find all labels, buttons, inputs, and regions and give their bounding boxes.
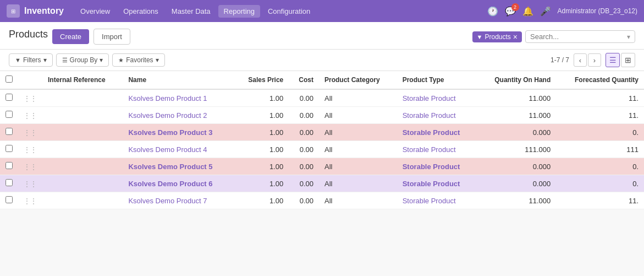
page-header: Products Create Import ▼ Products × ▾ <box>0 22 644 50</box>
cell-name[interactable]: Ksolves Demo Product 3 <box>123 124 234 141</box>
remove-filter-icon[interactable]: × <box>513 33 518 41</box>
cell-name[interactable]: Ksolves Demo Product 7Please set reorder… <box>123 192 234 209</box>
create-button[interactable]: Create <box>52 29 89 44</box>
user-menu[interactable]: Administrator (DB_23_o12) <box>558 7 637 15</box>
clock-icon[interactable]: 🕐 <box>487 6 498 17</box>
nav-item-reporting[interactable]: Reporting <box>218 5 260 18</box>
control-left: ▼ Filters ▾ ☰ Group By ▾ ★ Favorites ▾ <box>9 53 165 67</box>
cell-sales-price: 1.00 <box>235 192 289 209</box>
chat-badge: 2 <box>511 3 519 11</box>
list-view-button[interactable]: ☰ <box>606 53 620 67</box>
row-checkbox[interactable] <box>5 196 13 203</box>
cell-name[interactable]: Ksolves Demo Product 1 <box>123 89 234 107</box>
cell-product-type[interactable]: Storable Product <box>397 158 477 175</box>
mic-icon[interactable]: 🎤 <box>540 6 551 17</box>
select-all-header <box>0 71 18 89</box>
cell-qty-on-hand: 0.000 <box>477 158 556 175</box>
cell-product-type[interactable]: Storable Product <box>397 175 477 192</box>
cell-cost: 0.00 <box>289 124 319 141</box>
cell-product-type[interactable]: Storable Product <box>397 89 477 107</box>
drag-handle[interactable]: ⋮⋮ <box>18 124 42 141</box>
star-icon: ★ <box>118 57 124 64</box>
cell-sales-price: 1.00 <box>235 175 289 192</box>
cell-product-type[interactable]: Storable Product <box>397 141 477 158</box>
select-all-checkbox[interactable] <box>5 75 13 83</box>
search-dropdown-icon[interactable]: ▾ <box>627 33 630 41</box>
cell-name[interactable]: Ksolves Demo Product 6 <box>123 175 234 192</box>
drag-handle[interactable]: ⋮⋮ <box>18 141 42 158</box>
app-title: Inventory <box>24 6 64 16</box>
favorites-chevron: ▾ <box>156 56 159 64</box>
next-page-button[interactable]: › <box>588 53 601 67</box>
row-checkbox[interactable] <box>5 162 13 169</box>
cell-forecasted-qty: 0. <box>556 124 644 141</box>
favorites-button[interactable]: ★ Favorites ▾ <box>112 53 164 67</box>
search-input[interactable] <box>530 33 627 41</box>
col-product-type: Product Type <box>397 71 477 89</box>
cell-qty-on-hand: 0.000 <box>477 175 556 192</box>
filters-chevron: ▾ <box>43 56 47 64</box>
cell-name[interactable]: Ksolves Demo Product 2 <box>123 107 234 124</box>
row-checkbox[interactable] <box>5 111 13 118</box>
cell-product-category: All <box>319 89 397 107</box>
nav-item-operations[interactable]: Operations <box>118 5 164 18</box>
cell-product-type[interactable]: Storable Product <box>397 107 477 124</box>
products-table-container: Internal Reference Name Sales Price Cost… <box>0 71 644 209</box>
col-cost: Cost <box>289 71 319 89</box>
cell-name[interactable]: Ksolves Demo Product 5 <box>123 158 234 175</box>
drag-handle[interactable]: ⋮⋮ <box>18 107 42 124</box>
table-row: ⋮⋮ Ksolves Demo Product 5 1.00 0.00 All … <box>0 158 644 175</box>
row-checkbox[interactable] <box>5 128 13 135</box>
cell-product-type[interactable]: Storable Product <box>397 192 477 209</box>
cell-cost: 0.00 <box>289 141 319 158</box>
import-button[interactable]: Import <box>93 29 130 45</box>
nav-item-overview[interactable]: Overview <box>75 5 115 18</box>
cell-internal-ref <box>42 141 123 158</box>
cell-sales-price: 1.00 <box>235 141 289 158</box>
cell-internal-ref <box>42 124 123 141</box>
row-checkbox[interactable] <box>5 179 13 186</box>
row-checkbox-cell <box>0 175 18 192</box>
kanban-view-button[interactable]: ⊞ <box>621 53 635 67</box>
row-checkbox[interactable] <box>5 145 13 152</box>
drag-handle[interactable]: ⋮⋮ <box>18 175 42 192</box>
page-title-wrap: Products <box>9 29 48 45</box>
cell-forecasted-qty: 111 <box>556 141 644 158</box>
group-by-button[interactable]: ☰ Group By ▾ <box>56 53 109 67</box>
nav-item-configuration[interactable]: Configuration <box>262 5 316 18</box>
col-internal-ref: Internal Reference <box>42 71 123 89</box>
cell-name[interactable]: Ksolves Demo Product 4 <box>123 141 234 158</box>
cell-product-category: All <box>319 107 397 124</box>
search-filter-tag: ▼ Products × <box>472 31 522 42</box>
bell-icon[interactable]: 🔔 <box>522 6 533 17</box>
chat-icon[interactable]: 💬 2 <box>505 6 516 17</box>
drag-handle[interactable]: ⋮⋮ <box>18 192 42 209</box>
cell-forecasted-qty: 0. <box>556 175 644 192</box>
filters-button[interactable]: ▼ Filters ▾ <box>9 53 53 67</box>
nav-items: OverviewOperationsMaster DataReportingCo… <box>75 5 485 18</box>
cell-qty-on-hand: 11.000 <box>477 107 556 124</box>
cell-product-type[interactable]: Storable Product <box>397 124 477 141</box>
drag-handle[interactable]: ⋮⋮ <box>18 158 42 175</box>
drag-handle[interactable]: ⋮⋮ <box>18 89 42 107</box>
prev-page-button[interactable]: ‹ <box>574 53 587 67</box>
cell-internal-ref <box>42 158 123 175</box>
app-logo[interactable]: ⊞ Inventory <box>7 4 64 18</box>
favorites-label: Favorites <box>126 56 153 64</box>
cell-cost: 0.00 <box>289 192 319 209</box>
filters-label: Filters <box>23 56 41 64</box>
row-checkbox[interactable] <box>5 94 13 101</box>
cell-internal-ref <box>42 89 123 107</box>
cell-cost: 0.00 <box>289 175 319 192</box>
table-row: ⋮⋮ Ksolves Demo Product 1 1.00 0.00 All … <box>0 89 644 107</box>
table-row: ⋮⋮ Ksolves Demo Product 7Please set reor… <box>0 192 644 209</box>
cell-product-category: All <box>319 141 397 158</box>
row-checkbox-cell <box>0 124 18 141</box>
nav-item-master-data[interactable]: Master Data <box>166 5 216 18</box>
search-area: ▼ Products × ▾ <box>472 30 635 43</box>
col-qty-on-hand: Quantity On Hand <box>477 71 556 89</box>
group-by-icon: ☰ <box>62 57 68 64</box>
filter-icon: ▼ <box>15 57 21 63</box>
cell-forecasted-qty: 11. <box>556 89 644 107</box>
table-row: ⋮⋮ Ksolves Demo Product 2 1.00 0.00 All … <box>0 107 644 124</box>
